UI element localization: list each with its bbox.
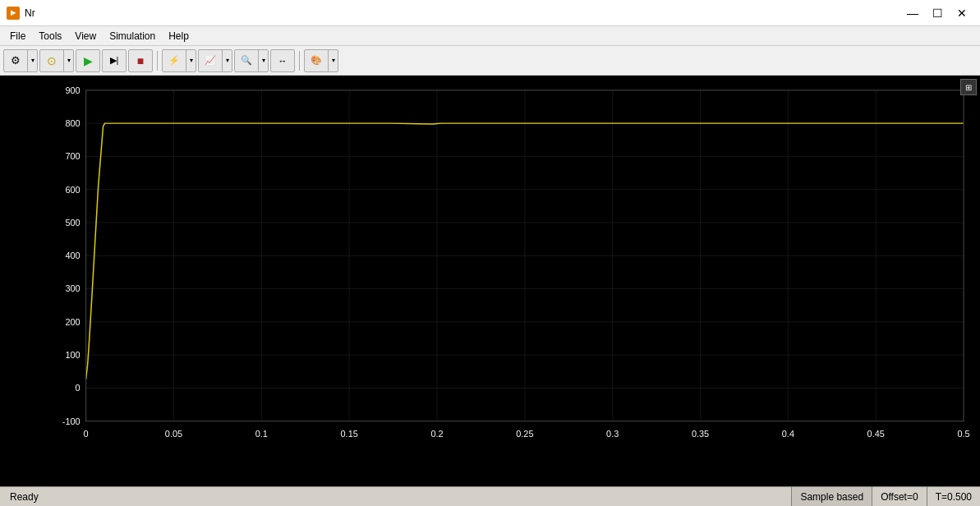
minimize-button[interactable]: — bbox=[901, 2, 924, 25]
zoom-icon[interactable]: 🔍 bbox=[235, 49, 258, 72]
svg-text:0: 0 bbox=[84, 429, 89, 439]
svg-text:-100: -100 bbox=[62, 416, 81, 426]
settings-dropdown[interactable]: ⚙ ▾ bbox=[3, 49, 38, 72]
toolbar: ⚙ ▾ ⊙ ▾ ▶ ▶| ■ ⚡ ▾ 📈 ▾ 🔍 ▾ ↔ 🎨 ▾ bbox=[0, 46, 980, 76]
chart-svg: 900 800 700 600 500 400 300 200 100 0 -1… bbox=[41, 82, 972, 453]
svg-text:0.45: 0.45 bbox=[867, 429, 885, 439]
display-icon[interactable]: 📈 bbox=[199, 49, 222, 72]
maximize-button[interactable]: ☐ bbox=[926, 2, 949, 25]
svg-text:0.5: 0.5 bbox=[957, 429, 969, 439]
app-icon: ▶ bbox=[7, 7, 20, 20]
svg-text:100: 100 bbox=[65, 350, 80, 360]
svg-text:0.35: 0.35 bbox=[692, 429, 709, 439]
menu-bar: File Tools View Simulation Help bbox=[0, 26, 980, 46]
separator-1 bbox=[157, 51, 158, 71]
svg-text:0.15: 0.15 bbox=[341, 429, 358, 439]
svg-text:0.1: 0.1 bbox=[255, 429, 268, 439]
menu-file[interactable]: File bbox=[3, 29, 32, 44]
debug-arrow[interactable]: ▾ bbox=[186, 49, 196, 72]
svg-text:700: 700 bbox=[65, 151, 80, 161]
debug-icon[interactable]: ⚡ bbox=[163, 49, 186, 72]
stop-button[interactable]: ■ bbox=[128, 49, 153, 72]
display-arrow[interactable]: ▾ bbox=[222, 49, 232, 72]
run-once-dropdown[interactable]: ⊙ ▾ bbox=[39, 49, 74, 72]
menu-help[interactable]: Help bbox=[162, 29, 196, 44]
style-arrow[interactable]: ▾ bbox=[328, 49, 338, 72]
style-icon[interactable]: 🎨 bbox=[305, 49, 328, 72]
style-dropdown[interactable]: 🎨 ▾ bbox=[304, 49, 338, 72]
status-bar: Ready Sample based Offset=0 T=0.500 bbox=[0, 486, 980, 506]
status-ready: Ready bbox=[0, 487, 792, 506]
svg-text:0: 0 bbox=[76, 383, 81, 393]
status-offset: Offset=0 bbox=[872, 487, 927, 506]
status-time: T=0.500 bbox=[927, 487, 980, 506]
run-once-icon[interactable]: ⊙ bbox=[40, 49, 63, 72]
title-controls: — ☐ ✕ bbox=[901, 2, 973, 25]
svg-text:400: 400 bbox=[65, 251, 80, 260]
debug-dropdown[interactable]: ⚡ ▾ bbox=[162, 49, 196, 72]
svg-text:300: 300 bbox=[65, 284, 80, 294]
zoom-arrow[interactable]: ▾ bbox=[258, 49, 268, 72]
menu-view[interactable]: View bbox=[68, 29, 103, 44]
svg-text:900: 900 bbox=[65, 85, 80, 95]
settings-icon[interactable]: ⚙ bbox=[4, 49, 27, 72]
expand-button[interactable]: ⊞ bbox=[960, 79, 977, 95]
menu-simulation[interactable]: Simulation bbox=[103, 29, 162, 44]
svg-text:500: 500 bbox=[65, 218, 80, 228]
autoscale-button[interactable]: ↔ bbox=[270, 49, 295, 72]
main-area: ⊞ bbox=[0, 76, 980, 486]
svg-rect-0 bbox=[41, 82, 972, 453]
svg-text:600: 600 bbox=[65, 185, 80, 195]
settings-arrow[interactable]: ▾ bbox=[27, 49, 37, 72]
display-dropdown[interactable]: 📈 ▾ bbox=[198, 49, 232, 72]
separator-2 bbox=[299, 51, 300, 71]
svg-text:200: 200 bbox=[65, 317, 80, 327]
run-button[interactable]: ▶ bbox=[76, 49, 100, 72]
svg-text:800: 800 bbox=[65, 118, 80, 128]
svg-text:0.4: 0.4 bbox=[782, 429, 794, 439]
svg-text:0.2: 0.2 bbox=[430, 429, 443, 439]
title-bar: ▶ Nr — ☐ ✕ bbox=[0, 0, 980, 26]
zoom-dropdown[interactable]: 🔍 ▾ bbox=[234, 49, 269, 72]
title-left: ▶ Nr bbox=[7, 7, 35, 20]
svg-text:0.05: 0.05 bbox=[165, 429, 182, 439]
run-once-arrow[interactable]: ▾ bbox=[63, 49, 73, 72]
window-title: Nr bbox=[25, 7, 35, 19]
close-button[interactable]: ✕ bbox=[950, 2, 973, 25]
svg-text:0.3: 0.3 bbox=[606, 429, 619, 439]
status-sample-based: Sample based bbox=[792, 487, 872, 506]
step-button[interactable]: ▶| bbox=[102, 49, 127, 72]
menu-tools[interactable]: Tools bbox=[32, 29, 68, 44]
plot-container: ⊞ bbox=[0, 76, 980, 486]
svg-text:0.25: 0.25 bbox=[516, 429, 533, 439]
